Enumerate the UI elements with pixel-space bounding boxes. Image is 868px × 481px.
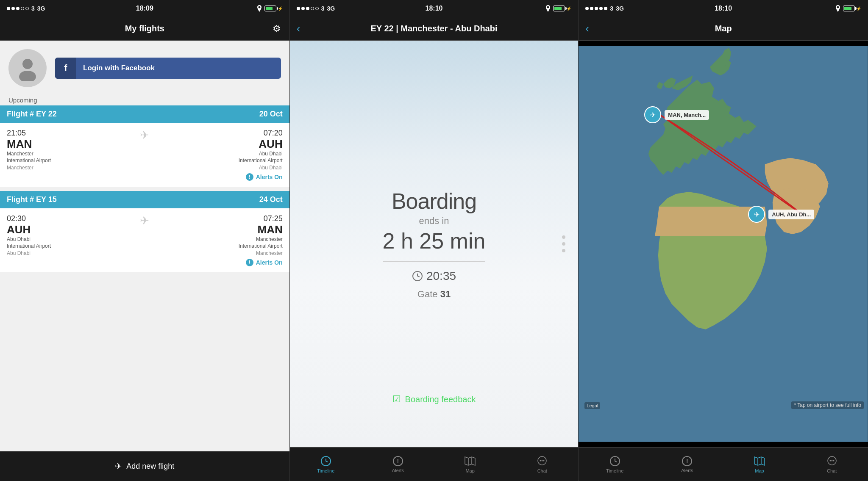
tab-map-label-2: Map [465,468,474,473]
flight-card-ey22[interactable]: Flight # EY 22 20 Oct 21:05 MAN Manchest… [0,105,289,187]
boarding-clock-row: 20:35 [412,269,456,283]
flight-date-ey22: 20 Oct [259,110,283,119]
tab-chat-3[interactable]: Chat [796,448,868,481]
arrive-time-ey22: 07:20 [196,129,283,138]
alerts-badge-ey15[interactable]: ! Alerts On [246,259,283,266]
tab-chat-2[interactable]: Chat [506,448,578,481]
tab-alerts-3[interactable]: ! Alerts [651,448,723,481]
signal-dots-3 [585,7,607,10]
arrive-info-ey22: 07:20 AUH Abu DhabiInternational Airport… [196,129,283,171]
gate-number: 31 [440,289,451,299]
nav-bar-1: My flights ⚙ [0,17,289,41]
dot1 [7,7,10,10]
boarding-feedback-label: Boarding feedback [405,395,476,404]
feedback-check-icon: ☑ [392,394,401,405]
plane-center-ey22: ✈ [97,129,192,142]
page-title-3: Map [715,24,732,33]
depart-code-ey15: AUH [7,223,93,236]
auh-pin-label: AUH, Abu Dh... [768,210,814,219]
network-label-2: 3G [327,5,335,12]
svg-point-11 [542,460,543,461]
auh-airport-pin[interactable]: ✈ AUH, Abu Dh... [748,206,814,223]
timeline-icon-3 [609,456,620,467]
boarding-section: Boarding ends in 2 h 25 min 20:35 Gate 3… [383,188,486,300]
depart-time-ey22: 21:05 [7,129,93,138]
facebook-f-icon: f [55,58,76,79]
upcoming-label: Upcoming [0,94,289,105]
alerts-icon-2: ! [393,456,403,466]
network-label-1: 3G [37,5,45,12]
dot1-2 [297,7,300,10]
dot2-3 [590,7,593,10]
battery-1: ⚡ [264,6,283,11]
panel-map: 3 3G 18:10 ⚡ ‹ Map [579,0,868,481]
boarding-divider [383,261,485,262]
arrive-info-ey15: 07:25 MAN ManchesterInternational Airpor… [196,214,283,256]
flight-card-ey15[interactable]: Flight # EY 15 24 Oct 02:30 AUH Abu Dhab… [0,191,289,272]
boarding-status: Boarding [392,188,476,214]
boarding-feedback-row[interactable]: ☑ Boarding feedback [290,394,579,405]
nav-bar-2: ‹ EY 22 | Manchester - Abu Dhabi [290,17,579,41]
alert-icon-ey15: ! [246,259,253,266]
main-content-2: Boarding ends in 2 h 25 min 20:35 Gate 3… [290,41,579,447]
clock-icon [412,271,423,282]
arrive-region-ey15: Manchester [196,250,283,256]
location-icon-1 [257,5,262,12]
man-pin-circle: ✈ [644,106,661,123]
status-left-3: 3 3G [585,5,623,12]
alert-icon-ey22: ! [246,173,253,181]
dot2 [11,7,15,10]
tab-alerts-2[interactable]: ! Alerts [362,448,434,481]
alerts-label-ey22: Alerts On [256,174,283,180]
tab-timeline-2[interactable]: Timeline [290,448,362,481]
tab-timeline-3[interactable]: Timeline [579,448,651,481]
page-title-1: My flights [125,24,164,33]
battery-2: ⚡ [553,6,571,11]
network-label-3: 3G [616,5,624,12]
back-button-2[interactable]: ‹ [297,22,300,35]
page-title-2: EY 22 | Manchester - Abu Dhabi [371,24,498,33]
svg-marker-6 [465,457,475,465]
avatar-silhouette-icon [15,55,40,81]
location-icon-3 [835,5,840,12]
back-button-3[interactable]: ‹ [585,22,589,35]
gate-row: Gate 31 [417,289,451,300]
dot3-3 [595,7,598,10]
dot-ind-3 [562,249,565,252]
boarding-duration: 2 h 25 min [383,228,486,254]
dot3-2 [306,7,309,10]
plane-icon-ey22: ✈ [140,129,149,142]
arrive-code-ey22: AUH [196,138,283,151]
man-pin-label: MAN, Manch... [665,110,709,120]
chat-icon-3 [826,456,837,467]
svg-point-21 [831,460,832,461]
plane-center-ey15: ✈ [97,214,192,227]
add-flight-bar[interactable]: ✈ Add new flight [0,451,289,481]
tab-chat-label-2: Chat [537,468,547,473]
tab-map-3[interactable]: Map [723,448,796,481]
arrive-city-ey15: ManchesterInternational Airport [196,236,283,249]
alerts-badge-ey22[interactable]: ! Alerts On [246,173,283,181]
status-right-3: ⚡ [835,5,861,12]
depart-city-ey15: Abu DhabiInternational Airport [7,236,93,249]
status-left-2: 3 3G [297,5,335,12]
tab-bar-2: Timeline ! Alerts Map Chat [290,447,579,481]
dot4 [21,7,24,10]
add-flight-label: Add new flight [126,462,174,471]
carrier-label-1: 3 [31,5,35,12]
time-3: 18:10 [715,5,732,12]
status-bar-1: 3 3G 18:09 ⚡ [0,0,289,17]
flight-header-ey15: Flight # EY 15 24 Oct [0,191,289,208]
map-icon-3 [754,456,765,467]
dot4-2 [311,7,314,10]
man-airport-pin[interactable]: ✈ MAN, Manch... [644,106,709,123]
gear-icon-1[interactable]: ⚙ [273,23,281,34]
dot2-2 [301,7,305,10]
dot3 [16,7,19,10]
depart-region-ey22: Manchester [7,165,93,171]
time-1: 18:09 [136,5,153,12]
facebook-login-button[interactable]: f Login with Facebook [55,58,281,79]
tab-map-2[interactable]: Map [434,448,506,481]
alerts-icon-3: ! [682,456,692,466]
tab-alerts-label-2: Alerts [392,468,404,473]
